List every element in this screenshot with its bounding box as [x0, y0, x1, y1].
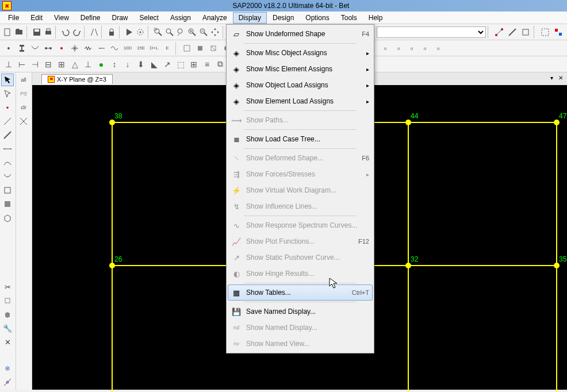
- load-15e-button[interactable]: 15E: [135, 42, 147, 55]
- assign-restraint-button[interactable]: [194, 42, 206, 55]
- menu-draw[interactable]: Draw: [106, 12, 134, 24]
- menu-options[interactable]: Options: [300, 12, 335, 24]
- menu-view[interactable]: View: [48, 12, 75, 24]
- menu-item-show-misc-object-assigns[interactable]: ◈Show Misc Object Assigns▸: [228, 45, 373, 61]
- show-button[interactable]: [552, 26, 565, 39]
- pointer-tool[interactable]: [1, 74, 14, 86]
- tab-xy-plane[interactable]: ✖ X-Y Plane @ Z=3: [41, 74, 113, 84]
- menu-item-show-undeformed-shape[interactable]: ▱Show Undeformed ShapeF4: [228, 26, 373, 42]
- grid-button[interactable]: ⊞: [187, 58, 200, 71]
- redo-button[interactable]: [71, 26, 82, 39]
- area-tool[interactable]: [1, 184, 14, 197]
- menu-display[interactable]: Display: [233, 12, 267, 24]
- menu-item-show-load-case-tree[interactable]: ≣Show Load Case Tree...: [228, 131, 373, 147]
- move-point-button[interactable]: [68, 42, 81, 55]
- misc-14-button[interactable]: ▫: [419, 42, 431, 55]
- menu-design[interactable]: Design: [267, 12, 300, 24]
- menu-assign[interactable]: Assign: [164, 12, 197, 24]
- frame-element[interactable]: [112, 266, 113, 392]
- menu-tools[interactable]: Tools: [335, 12, 363, 24]
- show-all-button[interactable]: all: [17, 74, 30, 86]
- fixed-button[interactable]: ⊥: [82, 58, 94, 71]
- shells-toggle-button[interactable]: [519, 26, 532, 39]
- lock-button[interactable]: [106, 26, 117, 39]
- wave-load-button[interactable]: [108, 42, 121, 55]
- menu-define[interactable]: Define: [75, 12, 106, 24]
- menu-item-show-misc-element-assigns[interactable]: ◈Show Misc Element Assigns▸: [228, 61, 373, 77]
- zoom-window-button[interactable]: [152, 26, 163, 39]
- cable-button[interactable]: [29, 42, 41, 55]
- reshape-tool[interactable]: [1, 87, 14, 100]
- misc-13-button[interactable]: ▫: [405, 42, 418, 55]
- snap-mid-button[interactable]: ⊢: [16, 58, 28, 71]
- load-10d-button[interactable]: 10D: [121, 42, 134, 55]
- joint-node[interactable]: [554, 120, 560, 125]
- extrude-tool[interactable]: [1, 294, 14, 307]
- new-button[interactable]: [2, 26, 13, 39]
- joint-node[interactable]: [405, 263, 411, 268]
- frame-tool[interactable]: [1, 129, 14, 141]
- cable-tool[interactable]: [1, 170, 14, 183]
- global-z-button[interactable]: ↕: [108, 58, 121, 71]
- misc-12-button[interactable]: ▫: [392, 42, 405, 55]
- uniform-load-button[interactable]: ⬇: [135, 58, 147, 71]
- frame-section-button[interactable]: [16, 42, 28, 55]
- zoom-out-button[interactable]: [198, 26, 209, 39]
- joint-node[interactable]: [109, 263, 115, 268]
- layer-button[interactable]: ≡: [201, 58, 213, 71]
- copy-button[interactable]: ⧉: [214, 58, 227, 71]
- clear-button[interactable]: clr: [17, 101, 30, 114]
- tendon-button[interactable]: [42, 42, 55, 55]
- frame-element[interactable]: [556, 266, 557, 392]
- scissors-tool[interactable]: ✂: [1, 280, 14, 293]
- zoom-full-button[interactable]: [164, 26, 175, 39]
- dot-tool[interactable]: •: [1, 101, 14, 114]
- frame-element[interactable]: [408, 265, 557, 266]
- misc-15-button[interactable]: ▫: [432, 42, 445, 55]
- frame-element[interactable]: [556, 122, 557, 266]
- menu-item-show-tables[interactable]: ▦Show Tables...Ctrl+T: [228, 285, 373, 301]
- release-button[interactable]: [95, 42, 108, 55]
- temp-button[interactable]: ⬚: [174, 58, 187, 71]
- load-dl-button[interactable]: D+L: [148, 42, 160, 55]
- menu-item-show-object-load-assigns[interactable]: ◈Show Object Load Assigns▸: [228, 77, 373, 93]
- line-tool[interactable]: [1, 115, 14, 128]
- pan-button[interactable]: [210, 26, 221, 39]
- poly-area-tool[interactable]: [1, 212, 14, 224]
- menu-help[interactable]: Help: [363, 12, 389, 24]
- menu-analyze[interactable]: Analyze: [197, 12, 233, 24]
- frames-toggle-button[interactable]: [506, 26, 519, 39]
- tab-dropdown-button[interactable]: ▾: [547, 74, 555, 82]
- snap-grid-tool[interactable]: [1, 376, 14, 389]
- case-selector[interactable]: [377, 26, 486, 38]
- edge-button[interactable]: ⊞: [55, 58, 68, 71]
- snap-end-button[interactable]: ⊥: [2, 58, 15, 71]
- quick-area-tool[interactable]: [1, 198, 14, 210]
- snap-toggle-tool[interactable]: [1, 362, 14, 375]
- print-button[interactable]: [43, 26, 53, 39]
- select-all-button[interactable]: [539, 26, 551, 39]
- misc-11-button[interactable]: ▫: [379, 42, 392, 55]
- load-e-button[interactable]: E: [161, 42, 174, 55]
- area-button[interactable]: [55, 42, 68, 55]
- quick-frame-tool[interactable]: [1, 143, 14, 155]
- curved-frame-tool[interactable]: [1, 156, 14, 169]
- intersect-tool[interactable]: [17, 115, 30, 128]
- menu-select[interactable]: Select: [134, 12, 164, 24]
- frame-element[interactable]: [408, 122, 409, 266]
- run-button[interactable]: [124, 26, 135, 39]
- menu-edit[interactable]: Edit: [25, 12, 48, 24]
- prev-select-button[interactable]: PS: [17, 87, 30, 100]
- snap-point-button[interactable]: •: [2, 42, 15, 55]
- joint-node[interactable]: [109, 120, 115, 125]
- rigid-button[interactable]: ⊟: [42, 58, 55, 71]
- menu-item-save-named-display[interactable]: 💾Save Named Display...: [228, 303, 373, 320]
- undo-button[interactable]: [60, 26, 71, 39]
- point-load-button[interactable]: ↓: [121, 58, 134, 71]
- spring-button[interactable]: [82, 42, 94, 55]
- frame-element[interactable]: [112, 122, 113, 266]
- assign-load-button[interactable]: [207, 42, 220, 55]
- joint-node[interactable]: [405, 120, 411, 125]
- section-cut-button[interactable]: [181, 42, 193, 55]
- joint-node[interactable]: [554, 263, 560, 268]
